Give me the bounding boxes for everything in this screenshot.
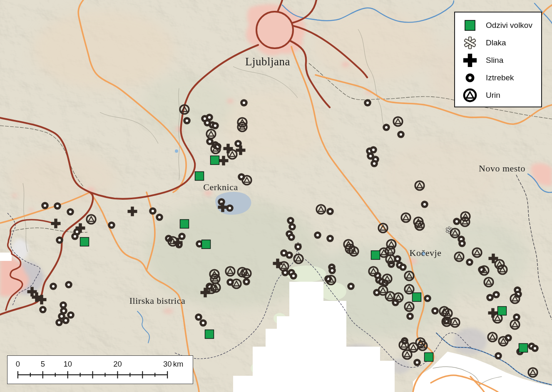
legend-item-dlaka: Dlaka — [455, 34, 541, 52]
marker-odzivi-volkov — [205, 330, 214, 339]
marker-iztrebek — [326, 235, 334, 242]
marker-iztrebek — [65, 281, 72, 288]
marker-iztrebek — [383, 124, 390, 131]
legend-item-odzivi-volkov: Odzivi volkov — [455, 17, 541, 34]
marker-iztrebek — [67, 208, 74, 216]
marker-iztrebek — [492, 291, 500, 298]
saliva-cross-icon — [460, 52, 480, 69]
marker-iztrebek — [195, 313, 202, 321]
scale-label: 5 — [41, 360, 45, 368]
marker-iztrebek — [243, 278, 250, 285]
marker-iztrebek — [431, 307, 439, 315]
marker-iztrebek — [287, 217, 294, 224]
legend-label: Odzivi volkov — [486, 21, 532, 30]
hair-asterisk-icon — [460, 35, 480, 51]
marker-iztrebek — [397, 131, 405, 138]
legend-item-iztrebek: Iztrebek — [455, 69, 541, 87]
scale-label: 30 — [163, 360, 172, 368]
marker-iztrebek — [62, 317, 70, 324]
marker-iztrebek — [406, 313, 414, 320]
urine-circle-triangle-icon — [460, 87, 480, 104]
marker-iztrebek — [486, 294, 494, 301]
marker-iztrebek — [178, 233, 186, 240]
marker-iztrebek — [240, 99, 248, 107]
marker-iztrebek — [364, 99, 371, 107]
legend-label: Urin — [486, 91, 500, 100]
marker-iztrebek — [328, 267, 336, 274]
legend-item-urin: Urin — [455, 87, 541, 104]
marker-iztrebek — [314, 231, 321, 239]
marker-iztrebek — [108, 221, 115, 229]
marker-iztrebek — [413, 359, 421, 366]
legend-item-slina: Slina — [455, 52, 541, 69]
marker-odzivi-volkov — [80, 238, 89, 246]
marker-iztrebek — [290, 272, 297, 280]
scale-label: 0 — [16, 360, 20, 368]
marker-odzivi-volkov — [211, 156, 219, 165]
marker-iztrebek — [71, 233, 79, 240]
marker-odzivi-volkov — [519, 344, 528, 352]
marker-iztrebek — [288, 233, 295, 241]
marker-odzivi-volkov — [425, 353, 433, 362]
marker-odzivi-volkov — [498, 307, 507, 315]
marker-iztrebek — [286, 251, 293, 259]
marker-iztrebek — [347, 283, 355, 290]
marker-iztrebek — [183, 117, 191, 124]
marker-iztrebek — [421, 201, 428, 208]
marker-iztrebek — [326, 208, 334, 215]
marker-iztrebek — [458, 240, 466, 247]
marker-odzivi-volkov — [371, 251, 380, 260]
marker-iztrebek — [294, 243, 302, 251]
marker-odzivi-volkov — [202, 240, 211, 249]
marker-iztrebek — [55, 319, 63, 326]
scale-label: 20 — [113, 360, 122, 368]
marker-iztrebek — [399, 263, 407, 271]
marker-iztrebek — [531, 345, 539, 352]
marker-iztrebek — [453, 218, 460, 225]
scale-bar: 05102030km — [7, 355, 193, 384]
marker-iztrebek — [156, 213, 163, 221]
scale-bar-graphic: 05102030km — [7, 356, 193, 384]
marker-iztrebek — [41, 202, 49, 209]
marker-iztrebek — [211, 122, 219, 129]
marker-iztrebek — [199, 319, 207, 327]
marker-iztrebek — [39, 306, 47, 313]
marker-iztrebek — [466, 258, 473, 266]
marker-iztrebek — [288, 223, 296, 231]
map-legend: Odzivi volkov Dlaka Slina Iztrebek Urin — [454, 12, 542, 107]
legend-label: Dlaka — [486, 38, 506, 47]
marker-iztrebek — [56, 236, 63, 244]
marker-iztrebek — [424, 295, 431, 302]
map-figure: LjubljanaCerknicaNovo mestoKočevjeIlirsk… — [0, 0, 552, 392]
scat-circle-icon — [460, 69, 480, 86]
legend-label: Iztrebek — [486, 73, 514, 82]
marker-iztrebek — [370, 146, 377, 154]
marker-odzivi-volkov — [413, 293, 421, 302]
marker-iztrebek — [54, 202, 61, 210]
marker-iztrebek — [370, 160, 378, 167]
legend-label: Slina — [486, 56, 503, 65]
marker-odzivi-volkov — [180, 220, 189, 228]
scale-unit-label: km — [173, 360, 184, 368]
marker-iztrebek — [149, 207, 157, 215]
marker-iztrebek — [67, 311, 75, 319]
scale-label: 10 — [63, 360, 72, 368]
marker-iztrebek — [495, 352, 502, 360]
marker-iztrebek — [50, 283, 57, 290]
green-square-icon — [460, 17, 480, 34]
marker-odzivi-volkov — [195, 172, 204, 181]
